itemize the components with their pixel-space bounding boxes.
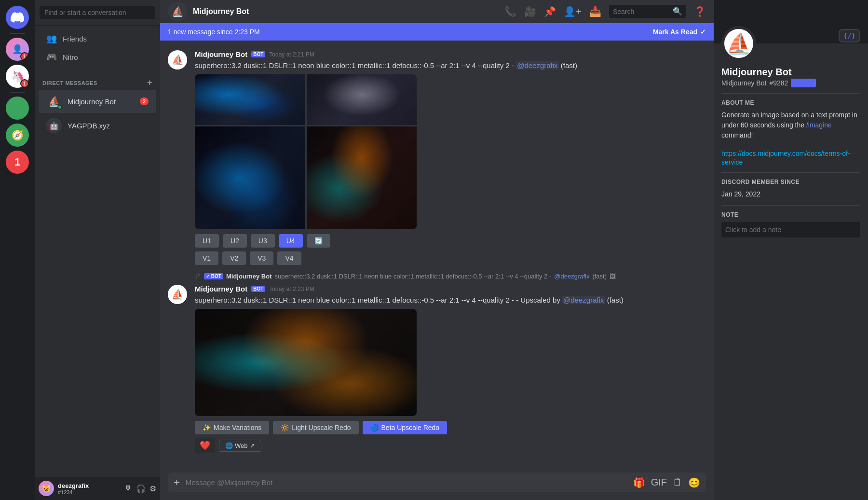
- input-actions: 🎁 GIF 🗒 😊: [633, 477, 700, 488]
- emoji-icon[interactable]: 😊: [688, 477, 700, 488]
- reply-reference: ↱ ✓ BOT Midjourney Bot superhero::3.2 du…: [160, 271, 714, 283]
- refresh-button[interactable]: 🔄: [307, 234, 330, 248]
- messages-area[interactable]: ⛵ Midjourney Bot BOT Today at 2:21 PM su…: [160, 41, 714, 472]
- external-link-icon: ↗: [250, 442, 255, 449]
- u1-button[interactable]: U1: [195, 234, 219, 248]
- light-icon: 🔆: [281, 424, 289, 431]
- message-input-container: + 🎁 GIF 🗒 😊: [160, 472, 714, 500]
- web-link-button[interactable]: 🌐 Web ↗: [219, 440, 261, 452]
- mute-button[interactable]: 🎙: [124, 484, 132, 493]
- v1-button[interactable]: V1: [195, 251, 218, 265]
- attachment-button[interactable]: +: [174, 476, 180, 489]
- nitro-icon: 🎮: [46, 52, 57, 62]
- dm-search-bar[interactable]: [35, 0, 160, 26]
- u3-button[interactable]: U3: [251, 234, 275, 248]
- header-actions: 📞 🎥 📌 👤+ 📥 🔍 ❓: [504, 5, 706, 18]
- current-user-tag: #1234: [58, 489, 121, 495]
- chat-header-name: Midjourney Bot: [193, 7, 249, 16]
- checkmark-icon: ✓: [793, 79, 799, 87]
- yagpdb-avatar: 🤖: [46, 118, 62, 133]
- u2-button[interactable]: U2: [223, 234, 247, 248]
- heart-reaction-button[interactable]: ❤️: [195, 438, 215, 453]
- image-grid-bottom-left[interactable]: [195, 126, 305, 229]
- sparkle-icon: ✨: [203, 424, 211, 431]
- main-chat: ⛵ Midjourney Bot 📞 🎥 📌 👤+ 📥 🔍 ❓ 1 new me…: [160, 0, 714, 500]
- midjourney-unread-badge: 2: [140, 97, 149, 105]
- message-input[interactable]: [186, 472, 627, 492]
- message-1-mention[interactable]: @deezgrafix: [516, 61, 558, 69]
- message-group-2: ⛵ Midjourney Bot BOT Today at 2:23 PM su…: [160, 283, 714, 455]
- dm-section-title: DIRECT MESSAGES: [42, 80, 97, 86]
- message-1-upscale-buttons: U1 U2 U3 U4 🔄: [195, 234, 706, 248]
- image-grid-top-left[interactable]: [195, 74, 305, 125]
- search-input[interactable]: [40, 6, 155, 19]
- friends-icon: 👥: [46, 33, 57, 44]
- sidebar-item-nitro[interactable]: 🎮 Nitro: [39, 48, 156, 66]
- friends-label: Friends: [63, 35, 87, 43]
- reply-image-icon: 🖼: [610, 273, 616, 280]
- about-me-text: Generate an image based on a text prompt…: [721, 110, 860, 140]
- note-input[interactable]: [721, 222, 860, 237]
- new-message-banner: 1 new message since 2:23 PM Mark As Read…: [160, 23, 714, 41]
- call-icon[interactable]: 📞: [504, 6, 516, 17]
- beta-upscale-redo-button[interactable]: 🔵 Beta Upscale Redo: [363, 421, 448, 434]
- light-upscale-redo-button[interactable]: 🔆 Light Upscale Redo: [273, 421, 358, 434]
- make-variations-button[interactable]: ✨ Make Variations: [195, 421, 269, 434]
- message-2-action-buttons: ✨ Make Variations 🔆 Light Upscale Redo 🔵…: [195, 421, 706, 434]
- dm-item-yagpdb[interactable]: 🤖 YAGPDB.xyz: [39, 114, 156, 137]
- v4-button[interactable]: V4: [277, 251, 301, 265]
- sidebar-item-friends[interactable]: 👥 Friends: [39, 29, 156, 48]
- message-2-time: Today at 2:23 PM: [269, 286, 314, 292]
- reply-line-icon: ↱: [195, 272, 201, 281]
- pin-icon[interactable]: 📌: [544, 6, 556, 17]
- v3-button[interactable]: V3: [250, 251, 273, 265]
- profile-divider-2: [721, 172, 860, 173]
- yagpdb-name: YAGPDB.xyz: [68, 122, 149, 130]
- profile-banner: ⛵ {/}: [714, 0, 868, 43]
- settings-button[interactable]: ⚙: [149, 484, 156, 493]
- sticker-icon[interactable]: 🗒: [673, 477, 682, 488]
- deafen-button[interactable]: 🎧: [136, 484, 146, 493]
- reply-mention: @deezgrafix: [554, 273, 589, 280]
- sidebar-server-2[interactable]: 🦄 1: [6, 65, 29, 88]
- sidebar-red-badge-1[interactable]: 1: [6, 151, 29, 174]
- message-2-text: superhero::3.2 dusk::1 DSLR::1 neon blue…: [195, 295, 706, 305]
- u4-button[interactable]: U4: [279, 234, 303, 248]
- user-panel: 😺 deezgrafix #1234 🎙 🎧 ⚙: [35, 477, 160, 500]
- message-2-author: Midjourney Bot: [195, 285, 247, 293]
- gift-icon[interactable]: 🎁: [633, 477, 645, 488]
- message-2-content: Midjourney Bot BOT Today at 2:23 PM supe…: [195, 285, 706, 453]
- image-grid-bottom-right[interactable]: [307, 126, 417, 229]
- header-search-input[interactable]: [613, 8, 669, 15]
- message-2-single-image[interactable]: [195, 309, 417, 416]
- nitro-label: Nitro: [63, 53, 78, 61]
- dm-nav: 👥 Friends 🎮 Nitro: [35, 26, 160, 70]
- add-member-icon[interactable]: 👤+: [564, 6, 582, 17]
- imagine-cmd-link[interactable]: /imagine: [806, 121, 832, 129]
- help-icon[interactable]: ❓: [694, 6, 706, 17]
- video-icon[interactable]: 🎥: [524, 6, 536, 17]
- app-sidebar: 👤 1 🦄 1 + 🧭 1: [0, 0, 35, 500]
- server-1-badge: 1: [20, 52, 29, 61]
- message-1-variation-buttons: V1 V2 V3 V4: [195, 251, 706, 265]
- search-icon: 🔍: [673, 7, 682, 16]
- explore-button[interactable]: 🧭: [6, 124, 29, 147]
- add-server-button[interactable]: +: [6, 97, 29, 120]
- profile-avatar-container: ⛵: [721, 26, 756, 61]
- sidebar-server-1[interactable]: 👤 1: [6, 38, 29, 61]
- server-2-badge: 1: [20, 79, 29, 88]
- profile-avatar: ⛵: [721, 26, 756, 61]
- gif-icon[interactable]: GIF: [651, 477, 667, 488]
- message-2-mention[interactable]: @deezgrafix: [562, 296, 605, 304]
- header-search-bar[interactable]: 🔍: [609, 5, 686, 18]
- discord-home-button[interactable]: [6, 6, 29, 29]
- reply-author: Midjourney Bot: [226, 273, 272, 280]
- terms-of-service-link[interactable]: https://docs.midjourney.com/docs/terms-o…: [721, 150, 850, 166]
- member-since-title: DISCORD MEMBER SINCE: [721, 179, 860, 185]
- dm-item-midjourney[interactable]: ⛵ Midjourney Bot 2: [39, 90, 156, 113]
- mark-as-read-button[interactable]: Mark As Read ✓: [653, 28, 706, 36]
- v2-button[interactable]: V2: [222, 251, 246, 265]
- inbox-icon[interactable]: 📥: [589, 6, 601, 17]
- add-dm-button[interactable]: +: [147, 78, 152, 88]
- image-grid-top-right[interactable]: [307, 74, 417, 125]
